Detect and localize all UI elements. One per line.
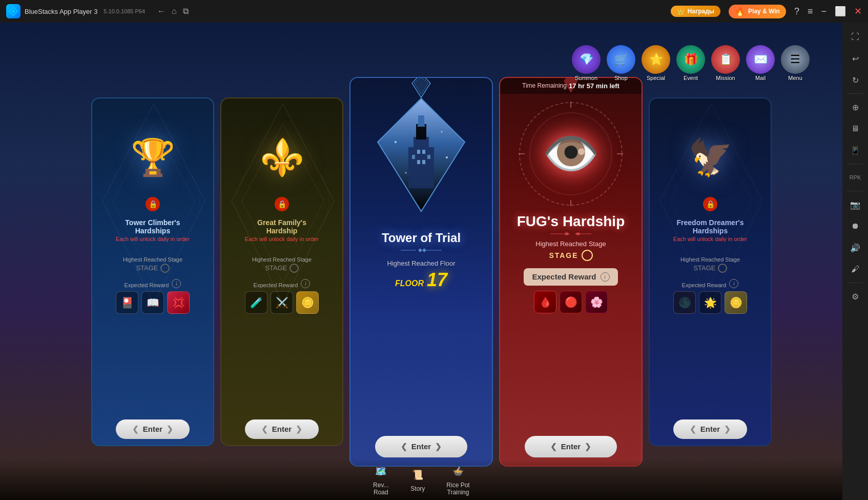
svg-rect-14 (418, 115, 424, 126)
app-version: 5.10.0.1085 P64 (104, 8, 145, 14)
card-5-stage-text: STAGE (693, 264, 715, 272)
help-button[interactable]: ? (794, 6, 799, 17)
sb-settings-button[interactable]: ⚙ (845, 286, 865, 307)
trial-floor-value: 17 (427, 269, 447, 291)
card-2-reward-3: 🪙 (296, 291, 319, 314)
rev-road-label2: Road (374, 489, 388, 496)
card-2-title: Great Family'sHardship (252, 218, 312, 235)
bottom-nav-rev-road[interactable]: 🗺️ Rev... Road (373, 463, 389, 496)
playnwin-button[interactable]: 🔥 Play & Win (729, 5, 786, 18)
nav-menu[interactable]: ☰ Menu (779, 45, 812, 81)
svg-rect-10 (408, 147, 434, 188)
summon-label: Summon (575, 75, 597, 81)
card-tower-of-trial[interactable]: Tower of Trial Highest Reached Floor Flo… (349, 77, 493, 467)
trial-floor-prefix: Floor (395, 279, 424, 288)
svg-rect-15 (417, 150, 420, 154)
rewards-button[interactable]: 👑 Награды (671, 6, 720, 17)
card-1-enter-label: Enter (143, 425, 162, 433)
sb-volume-button[interactable]: 🔊 (845, 237, 865, 258)
card-2-info-button[interactable]: i (301, 279, 310, 288)
stage-text: STAGE (136, 264, 158, 272)
card-5-enter-label: Enter (700, 425, 720, 433)
trial-crystal-svg (375, 96, 467, 214)
trial-enter-label: Enter (411, 442, 431, 451)
card-2-lock-msg: Each will unlock daily in order (241, 236, 323, 242)
close-button[interactable]: ✕ (854, 6, 862, 17)
nav-special[interactable]: ⭐ Special (639, 45, 672, 81)
card-2-art-area: ⚜️ 🔒 (221, 98, 342, 216)
card-2-stage-circle (290, 264, 299, 273)
maximize-button[interactable]: ⬜ (835, 6, 846, 17)
sb-paint-button[interactable]: 🖌 (845, 259, 865, 279)
special-label: Special (647, 75, 665, 81)
sb-back-button[interactable]: ↩ (845, 48, 865, 69)
rewards-label: Награды (688, 8, 714, 15)
card-1-enter-button[interactable]: ❮ Enter ❯ (116, 419, 190, 439)
fug-info-button[interactable]: i (601, 272, 610, 282)
card-2-expected-row: Expected Reward i (254, 279, 311, 288)
svg-point-1 (12, 10, 15, 13)
sb-mobile-button[interactable]: 📱 (845, 140, 865, 161)
special-icon-wrap: ⭐ (642, 45, 670, 74)
bottom-nav-rice-pot[interactable]: 🍲 Rice Pot Training (446, 463, 469, 496)
sb-divider-1 (847, 93, 863, 94)
settings-button[interactable]: ≡ (808, 6, 813, 17)
trial-enter-button[interactable]: ❮ Enter ❯ (375, 436, 467, 457)
card-1-rewards: 🎴 📖 💢 (116, 291, 190, 314)
sb-rpk-button[interactable]: RPK (845, 167, 865, 188)
card-2-rewards: 🧪 ⚔️ 🪙 (245, 291, 319, 314)
card-5-reward-3: 🪙 (725, 291, 747, 314)
fug-stage-label: Highest Reached Stage (535, 240, 606, 248)
sb-camera-button[interactable]: 📷 (845, 194, 865, 215)
sb-display-button[interactable]: 🖥 (845, 118, 865, 139)
card-1-info-button[interactable]: i (172, 279, 181, 288)
trial-enter-arrow-left: ❮ (401, 442, 407, 451)
card-great-family[interactable]: ⚜️ 🔒 Great Family'sHardship Each will un… (220, 97, 343, 446)
menu-label: Menu (788, 75, 802, 81)
nav-shop[interactable]: 🛒 Shop (605, 45, 637, 81)
fug-reward-2: 🔴 (560, 291, 582, 313)
nav-summon[interactable]: 💎 Summon (570, 45, 603, 81)
card-1-stage-label: Highest Reached Stage (123, 256, 182, 263)
svg-rect-16 (422, 150, 425, 154)
card-1-enter-arrow-right: ❯ (167, 425, 173, 434)
svg-marker-29 (422, 248, 426, 252)
card-5-info-button[interactable]: i (729, 279, 738, 288)
home-button[interactable]: ⌂ (172, 7, 177, 16)
sb-forward-button[interactable]: ↻ (845, 70, 865, 90)
card-freedom-dreamer[interactable]: 🦅 🔒 Freedom Dreamer'sHardships Each will… (649, 97, 772, 446)
sb-add-button[interactable]: ⊕ (845, 97, 865, 117)
nav-mission[interactable]: 📋 Mission (709, 45, 742, 81)
multi-button[interactable]: ⧉ (183, 7, 189, 16)
trial-floor-label: Highest Reached Floor (387, 259, 456, 267)
menu-icon: ☰ (790, 53, 800, 66)
card-2-enter-label: Enter (272, 425, 292, 433)
rev-road-icon: 🗺️ (373, 463, 389, 479)
svg-marker-28 (418, 248, 422, 252)
card-2-stage-text: STAGE (265, 264, 287, 272)
back-button[interactable]: ← (157, 7, 166, 16)
card-2-expected-label: Expected Reward (254, 282, 298, 288)
app-logo (6, 4, 20, 18)
bottom-nav-story[interactable]: 📜 Story (409, 467, 426, 492)
sb-record-button[interactable]: ⏺ (845, 216, 865, 236)
svg-point-24 (441, 131, 443, 132)
sb-expand-button[interactable]: ⛶ (845, 27, 865, 47)
game-topnav: 💎 Summon 🛒 Shop ⭐ Special 🎁 Event 📋 (570, 45, 812, 81)
fug-enter-button[interactable]: ❮ Enter ❯ (525, 436, 617, 457)
card-2-stage-value: STAGE (265, 264, 298, 273)
card-tower-climber[interactable]: 🏆 🔒 Tower Climber'sHardships Each will u… (91, 97, 214, 446)
mission-label: Mission (716, 75, 735, 81)
time-remaining-label: Time Remaining (522, 82, 567, 89)
reward-item-3: 💢 (167, 291, 190, 314)
card-2-enter-button[interactable]: ❮ Enter ❯ (245, 419, 319, 439)
card-1-stage-value: STAGE (136, 264, 169, 273)
nav-mail[interactable]: ✉️ Mail (744, 45, 777, 81)
nav-event[interactable]: 🎁 Event (674, 45, 707, 81)
minimize-button[interactable]: − (821, 6, 826, 17)
fug-time-value: 17 hr 57 min left (569, 82, 619, 90)
reward-item-1: 🎴 (116, 291, 138, 314)
card-5-enter-button[interactable]: ❮ Enter ❯ (673, 419, 747, 439)
fug-deco-divider (550, 232, 591, 236)
card-fug-hardship[interactable]: Time Remaining 17 hr 57 min left (499, 77, 643, 467)
